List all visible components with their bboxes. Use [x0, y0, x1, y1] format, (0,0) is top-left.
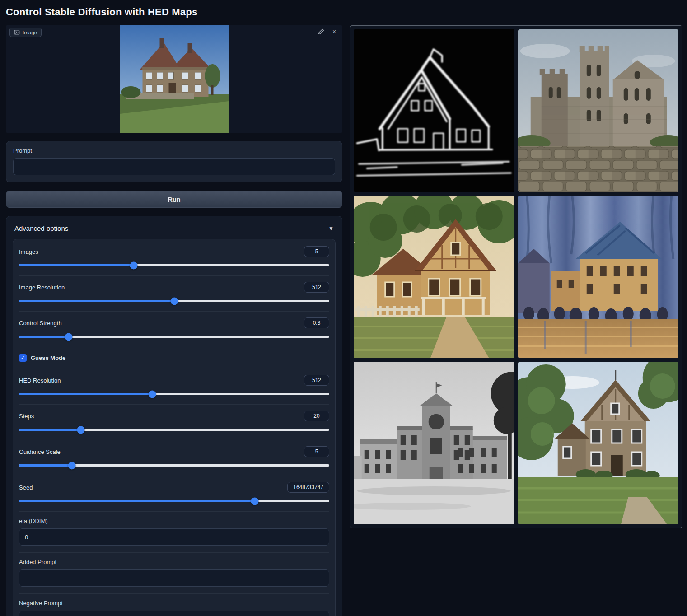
seed-slider[interactable]	[19, 500, 329, 502]
negative-prompt-input[interactable]	[19, 611, 329, 616]
page-title: Control Stable Diffusion with HED Maps	[0, 0, 687, 25]
prompt-input[interactable]	[13, 158, 335, 175]
seed-slider-thumb[interactable]	[251, 497, 259, 505]
image-input-dropzone[interactable]: Image ×	[6, 25, 342, 133]
steps-label: Steps	[19, 413, 34, 420]
guess-mode-label: Guess Mode	[31, 355, 65, 361]
hed-resolution-slider[interactable]	[19, 393, 329, 395]
guess-mode-checkbox[interactable]: ✓	[19, 354, 27, 362]
input-image[interactable]	[120, 25, 229, 133]
control-row-negative-prompt: Negative Prompt	[19, 593, 329, 616]
hed-resolution-slider-thumb[interactable]	[149, 390, 156, 398]
prompt-label: Prompt	[13, 147, 335, 154]
control-strength-label: Control Strength	[19, 320, 62, 327]
guidance-scale-slider[interactable]	[19, 464, 329, 467]
image-actions: ×	[318, 28, 338, 36]
images-slider[interactable]	[19, 264, 329, 266]
advanced-options-panel: Advanced options ▼ Images5Image Resoluti…	[6, 216, 342, 616]
image-icon	[14, 29, 20, 35]
seed-label: Seed	[19, 484, 33, 491]
hed-resolution-value-input[interactable]: 512	[304, 375, 329, 386]
control-row-image-resolution: Image Resolution512	[19, 275, 329, 311]
advanced-options-header[interactable]: Advanced options ▼	[13, 222, 336, 239]
guidance-scale-slider-thumb[interactable]	[68, 462, 75, 469]
steps-slider[interactable]	[19, 429, 329, 431]
control-row-hed-resolution: HED Resolution512	[19, 369, 329, 404]
control-strength-slider[interactable]	[19, 336, 329, 338]
guidance-scale-label: Guidance Scale	[19, 448, 61, 455]
prompt-block: Prompt	[6, 141, 342, 182]
negative-prompt-label: Negative Prompt	[19, 600, 329, 607]
added-prompt-input[interactable]	[19, 569, 329, 587]
control-strength-slider-thumb[interactable]	[65, 333, 72, 341]
control-row-guidance-scale: Guidance Scale5	[19, 440, 329, 476]
control-strength-value-input[interactable]: 0.3	[304, 317, 329, 328]
control-row-images: Images5	[19, 240, 329, 275]
control-row-eta-ddim: eta (DDIM)0	[19, 511, 329, 552]
image-resolution-slider[interactable]	[19, 300, 329, 302]
control-row-control-strength: Control Strength0.3	[19, 311, 329, 347]
images-slider-thumb[interactable]	[130, 261, 138, 269]
advanced-options-label: Advanced options	[14, 224, 68, 232]
gallery-item-painted-house[interactable]	[354, 196, 514, 358]
steps-slider-thumb[interactable]	[77, 426, 85, 434]
image-resolution-label: Image Resolution	[19, 284, 65, 291]
guidance-scale-value-input[interactable]: 5	[304, 446, 329, 457]
images-label: Images	[19, 248, 38, 255]
gallery-item-hed-map[interactable]	[354, 29, 514, 192]
gallery-item-castle[interactable]	[518, 29, 679, 192]
advanced-controls: Images5Image Resolution512Control Streng…	[13, 239, 336, 616]
seed-value-input[interactable]: 1648733747	[287, 482, 329, 493]
control-row-steps: Steps20	[19, 404, 329, 440]
result-gallery	[350, 25, 682, 528]
eta-ddim-label: eta (DDIM)	[19, 518, 329, 524]
image-resolution-value-input[interactable]: 512	[304, 282, 329, 293]
added-prompt-label: Added Prompt	[19, 559, 329, 565]
steps-value-input[interactable]: 20	[304, 411, 329, 421]
gallery-item-bw-building[interactable]	[354, 362, 514, 524]
image-tab: Image	[9, 28, 42, 37]
image-tab-label: Image	[23, 30, 37, 35]
control-row-added-prompt: Added Prompt	[19, 552, 329, 593]
control-row-guess-mode: ✓Guess Mode	[19, 347, 329, 369]
main-columns: Image ×	[0, 25, 687, 616]
eta-ddim-input[interactable]: 0	[19, 528, 329, 546]
check-icon: ✓	[21, 355, 25, 360]
edit-image-button[interactable]	[318, 28, 325, 36]
hed-resolution-label: HED Resolution	[19, 377, 61, 384]
image-resolution-slider-thumb[interactable]	[170, 297, 178, 305]
clear-image-button[interactable]: ×	[331, 28, 338, 36]
controls-column: Image ×	[6, 25, 342, 616]
control-row-seed: Seed1648733747	[19, 476, 329, 511]
gallery-item-impressionist[interactable]	[518, 196, 679, 358]
images-value-input[interactable]: 5	[304, 246, 329, 257]
gallery-item-timber-house[interactable]	[518, 362, 679, 524]
run-button[interactable]: Run	[6, 191, 342, 208]
collapse-icon: ▼	[328, 225, 334, 232]
